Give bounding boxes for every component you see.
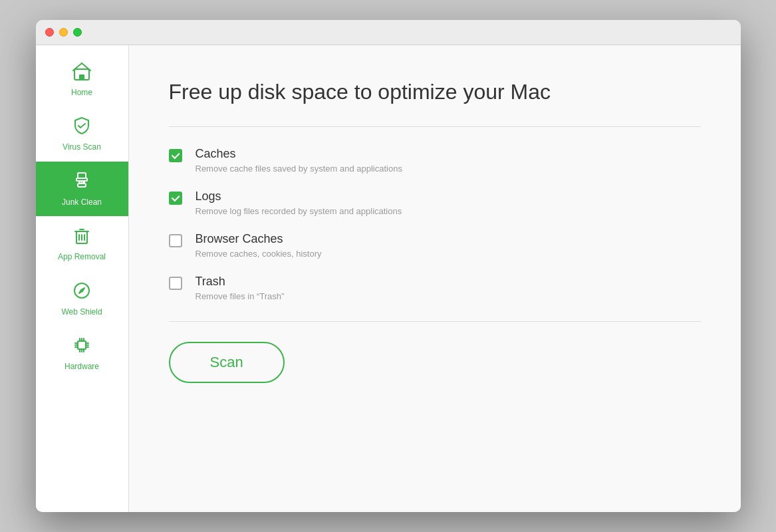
item-desc-browser-caches: Remove caches, cookies, history	[195, 249, 322, 259]
checkbox-logs[interactable]	[169, 192, 182, 205]
list-item-logs: Logs Remove log files recorded by system…	[169, 190, 701, 216]
item-text-caches: Caches Remove cache files saved by syste…	[195, 147, 402, 174]
item-name-browser-caches: Browser Caches	[195, 232, 322, 246]
svg-rect-5	[78, 184, 86, 187]
sidebar-item-home[interactable]: Home	[36, 52, 128, 106]
sidebar: Home Virus Scan	[36, 45, 129, 512]
sidebar-item-web-shield[interactable]: Web Shield	[36, 271, 128, 326]
compass-icon	[72, 281, 92, 303]
item-name-trash: Trash	[195, 275, 285, 289]
svg-rect-13	[78, 341, 86, 349]
item-desc-trash: Remove files in “Trash”	[195, 291, 285, 301]
traffic-lights	[45, 28, 82, 37]
svg-rect-3	[78, 173, 86, 178]
bottom-divider	[169, 321, 701, 322]
sidebar-item-app-removal-label: App Removal	[58, 252, 106, 261]
item-text-browser-caches: Browser Caches Remove caches, cookies, h…	[195, 232, 322, 259]
sidebar-item-junk-clean[interactable]: Junk Clean	[36, 162, 128, 216]
checkbox-trash[interactable]	[169, 277, 182, 290]
list-item-caches: Caches Remove cache files saved by syste…	[169, 147, 701, 174]
checklist: Caches Remove cache files saved by syste…	[169, 147, 701, 301]
svg-point-12	[80, 289, 83, 292]
list-item-trash: Trash Remove files in “Trash”	[169, 275, 701, 301]
close-button[interactable]	[45, 28, 54, 37]
content-area: Free up disk space to optimize your Mac …	[129, 45, 741, 512]
item-text-trash: Trash Remove files in “Trash”	[195, 275, 285, 301]
checkbox-caches[interactable]	[169, 149, 182, 162]
checkbox-browser-caches[interactable]	[169, 234, 182, 247]
brush-icon	[72, 171, 92, 194]
maximize-button[interactable]	[73, 28, 82, 37]
sidebar-item-virus-scan[interactable]: Virus Scan	[36, 106, 128, 161]
main-layout: Home Virus Scan	[36, 45, 741, 512]
item-name-caches: Caches	[195, 147, 402, 161]
sidebar-item-hardware[interactable]: Hardware	[36, 326, 128, 380]
top-divider	[169, 126, 701, 127]
sidebar-item-junk-clean-label: Junk Clean	[62, 198, 102, 207]
sidebar-item-virus-scan-label: Virus Scan	[63, 142, 101, 152]
item-desc-caches: Remove cache files saved by system and a…	[195, 164, 402, 174]
item-desc-logs: Remove log files recorded by system and …	[195, 206, 402, 216]
sidebar-item-hardware-label: Hardware	[65, 362, 99, 371]
chip-icon	[72, 335, 92, 358]
item-name-logs: Logs	[195, 190, 402, 203]
sidebar-item-web-shield-label: Web Shield	[61, 307, 102, 317]
trash-icon	[72, 225, 92, 248]
page-title: Free up disk space to optimize your Mac	[169, 78, 701, 106]
sidebar-item-home-label: Home	[71, 88, 92, 97]
svg-rect-1	[79, 74, 84, 80]
item-text-logs: Logs Remove log files recorded by system…	[195, 190, 402, 216]
list-item-browser-caches: Browser Caches Remove caches, cookies, h…	[169, 232, 701, 259]
minimize-button[interactable]	[59, 28, 68, 37]
app-window: Home Virus Scan	[36, 20, 741, 512]
scan-button[interactable]: Scan	[169, 342, 285, 383]
shield-icon	[72, 116, 92, 138]
svg-rect-4	[76, 178, 87, 181]
sidebar-item-app-removal[interactable]: App Removal	[36, 216, 128, 271]
titlebar	[36, 20, 741, 45]
home-icon	[72, 61, 92, 84]
